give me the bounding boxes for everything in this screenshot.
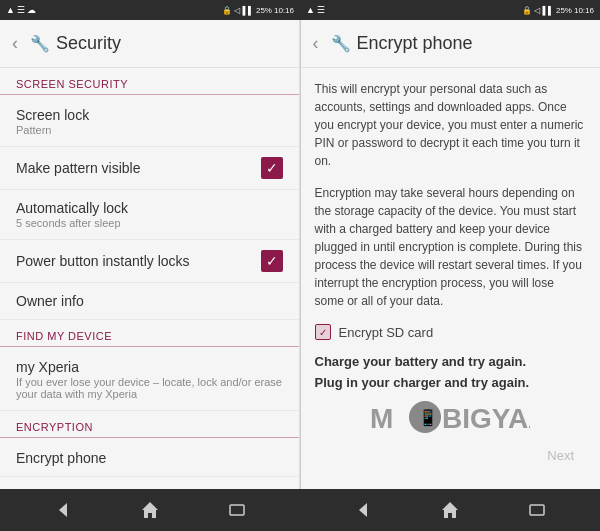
power-button-title: Power button instantly locks bbox=[16, 253, 261, 269]
nav-bar bbox=[0, 489, 600, 531]
signal-icon: ▲ bbox=[6, 5, 15, 15]
power-button-checkbox[interactable]: ✓ bbox=[261, 250, 283, 272]
make-pattern-title: Make pattern visible bbox=[16, 160, 261, 176]
warning-1: Charge your battery and try again. bbox=[315, 354, 587, 369]
right-recents-button[interactable] bbox=[519, 492, 555, 528]
right-panel-header: ‹ 🔧 Encrypt phone bbox=[301, 20, 601, 68]
encrypt-content: This will encrypt your personal data suc… bbox=[301, 68, 601, 489]
right-recents-icon bbox=[527, 500, 547, 520]
svg-rect-9 bbox=[530, 505, 544, 515]
left-home-button[interactable] bbox=[132, 492, 168, 528]
right-nav bbox=[300, 489, 600, 531]
checkmark2-icon: ✓ bbox=[266, 254, 278, 268]
make-pattern-text: Make pattern visible bbox=[16, 160, 261, 176]
left-back-button[interactable] bbox=[45, 492, 81, 528]
my-xperia-subtitle: If you ever lose your device – locate, l… bbox=[16, 376, 283, 400]
right-status-right-icons: 🔒 ◁ ▌▌ 25% 10:16 bbox=[522, 6, 594, 15]
my-xperia-text: my Xperia If you ever lose your device –… bbox=[16, 359, 283, 400]
auto-lock-title: Automatically lock bbox=[16, 200, 283, 216]
left-back-icon bbox=[53, 500, 73, 520]
screen-lock-title: Screen lock bbox=[16, 107, 283, 123]
my-xperia-item[interactable]: my Xperia If you ever lose your device –… bbox=[0, 349, 299, 411]
screen-security-header: SCREEN SECURITY bbox=[0, 68, 299, 95]
security-icon: 🔧 bbox=[30, 34, 50, 53]
status-bars: ▲ ☰ ☁ 🔒 ◁ ▌▌ 25% 10:16 ▲ ☰ 🔒 ◁ ▌▌ 25% 10… bbox=[0, 0, 600, 20]
svg-marker-4 bbox=[59, 503, 67, 517]
encrypt-description-2: Encryption may take several hours depend… bbox=[315, 184, 587, 310]
right-back-icon bbox=[353, 500, 373, 520]
svg-rect-6 bbox=[230, 505, 244, 515]
sdcard-checkbox[interactable]: ✓ bbox=[315, 324, 331, 340]
screen-lock-item[interactable]: Screen lock Pattern bbox=[0, 97, 299, 147]
make-pattern-visible-item[interactable]: Make pattern visible ✓ bbox=[0, 147, 299, 190]
left-panel-header: ‹ 🔧 Security bbox=[0, 20, 299, 68]
left-home-icon bbox=[140, 500, 160, 520]
warning-2: Plug in your charger and try again. bbox=[315, 375, 587, 390]
wifi-icon: ☰ bbox=[17, 5, 25, 15]
right-panel-title: Encrypt phone bbox=[357, 33, 473, 54]
svg-marker-5 bbox=[142, 502, 158, 518]
left-nav bbox=[0, 489, 300, 531]
mobigyaan-logo-svg: M 📱 BIGYAAN bbox=[370, 398, 530, 436]
encrypt-icon: 🔧 bbox=[331, 34, 351, 53]
left-recents-button[interactable] bbox=[219, 492, 255, 528]
right-home-icon bbox=[440, 500, 460, 520]
next-button[interactable]: Next bbox=[539, 444, 582, 467]
encrypt-sdcard-row[interactable]: ✓ Encrypt SD card bbox=[315, 324, 587, 340]
svg-marker-7 bbox=[359, 503, 367, 517]
cloud-icon: ☁ bbox=[27, 5, 36, 15]
left-status-left-icons: ▲ ☰ ☁ bbox=[6, 5, 36, 15]
screen-lock-subtitle: Pattern bbox=[16, 124, 283, 136]
find-my-device-header: FIND MY DEVICE bbox=[0, 320, 299, 347]
right-back-button[interactable] bbox=[345, 492, 381, 528]
screen-lock-text: Screen lock Pattern bbox=[16, 107, 283, 136]
auto-lock-item[interactable]: Automatically lock 5 seconds after sleep bbox=[0, 190, 299, 240]
right-home-button[interactable] bbox=[432, 492, 468, 528]
left-recents-icon bbox=[227, 500, 247, 520]
screens-container: ‹ 🔧 Security SCREEN SECURITY Screen lock… bbox=[0, 20, 600, 489]
encrypt-description-1: This will encrypt your personal data suc… bbox=[315, 80, 587, 170]
power-button-item[interactable]: Power button instantly locks ✓ bbox=[0, 240, 299, 283]
sdcard-label: Encrypt SD card bbox=[339, 325, 434, 340]
right-status-bar: ▲ ☰ 🔒 ◁ ▌▌ 25% 10:16 bbox=[300, 0, 600, 20]
svg-text:BIGYAAN: BIGYAAN bbox=[442, 403, 530, 434]
checkmark-icon: ✓ bbox=[266, 161, 278, 175]
sdcard-checkmark-icon: ✓ bbox=[319, 327, 327, 338]
auto-lock-subtitle: 5 seconds after sleep bbox=[16, 217, 283, 229]
left-panel-title: Security bbox=[56, 33, 121, 54]
lock-icon: 🔒 bbox=[222, 6, 232, 15]
left-time: 10:16 bbox=[274, 6, 294, 15]
my-xperia-title: my Xperia bbox=[16, 359, 283, 375]
left-panel: ‹ 🔧 Security SCREEN SECURITY Screen lock… bbox=[0, 20, 300, 489]
svg-marker-8 bbox=[442, 502, 458, 518]
encrypt-phone-title: Encrypt phone bbox=[16, 450, 283, 466]
antenna2-icon: ◁ bbox=[534, 6, 540, 15]
right-status-left-icons: ▲ ☰ bbox=[306, 5, 325, 15]
mobigyaan-logo: M 📱 BIGYAAN bbox=[315, 398, 587, 436]
owner-info-title: Owner info bbox=[16, 293, 283, 309]
right-back-arrow-icon[interactable]: ‹ bbox=[313, 33, 319, 54]
svg-text:📱: 📱 bbox=[418, 408, 438, 427]
antenna-icon: ◁ bbox=[234, 6, 240, 15]
next-button-row: Next bbox=[315, 444, 587, 467]
make-pattern-checkbox[interactable]: ✓ bbox=[261, 157, 283, 179]
right-panel: ‹ 🔧 Encrypt phone This will encrypt your… bbox=[301, 20, 601, 489]
left-status-right-icons: 🔒 ◁ ▌▌ 25% 10:16 bbox=[222, 6, 294, 15]
battery-25-icon: ▌▌ 25% bbox=[242, 6, 272, 15]
wifi2-icon: ☰ bbox=[317, 5, 325, 15]
owner-info-text: Owner info bbox=[16, 293, 283, 309]
battery2-25-icon: ▌▌ 25% bbox=[542, 6, 572, 15]
auto-lock-text: Automatically lock 5 seconds after sleep bbox=[16, 200, 283, 229]
encrypt-phone-text: Encrypt phone bbox=[16, 450, 283, 466]
lock2-icon: 🔒 bbox=[522, 6, 532, 15]
encryption-header: ENCRYPTION bbox=[0, 411, 299, 438]
encrypt-phone-item[interactable]: Encrypt phone bbox=[0, 440, 299, 477]
back-arrow-icon[interactable]: ‹ bbox=[12, 33, 18, 54]
right-time: 10:16 bbox=[574, 6, 594, 15]
power-button-text: Power button instantly locks bbox=[16, 253, 261, 269]
owner-info-item[interactable]: Owner info bbox=[0, 283, 299, 320]
left-status-bar: ▲ ☰ ☁ 🔒 ◁ ▌▌ 25% 10:16 bbox=[0, 0, 300, 20]
signal2-icon: ▲ bbox=[306, 5, 315, 15]
settings-list: SCREEN SECURITY Screen lock Pattern Make… bbox=[0, 68, 299, 489]
svg-text:M: M bbox=[370, 403, 393, 434]
